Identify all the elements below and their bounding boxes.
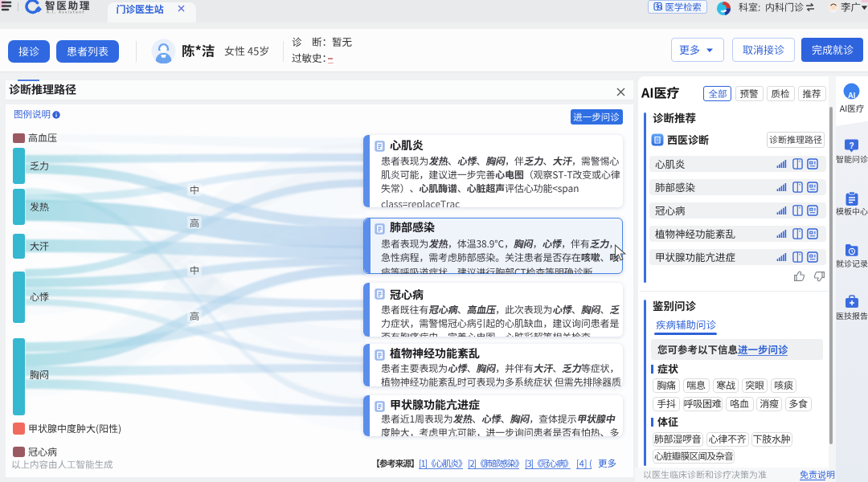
svg-text:?: ? xyxy=(849,141,854,150)
